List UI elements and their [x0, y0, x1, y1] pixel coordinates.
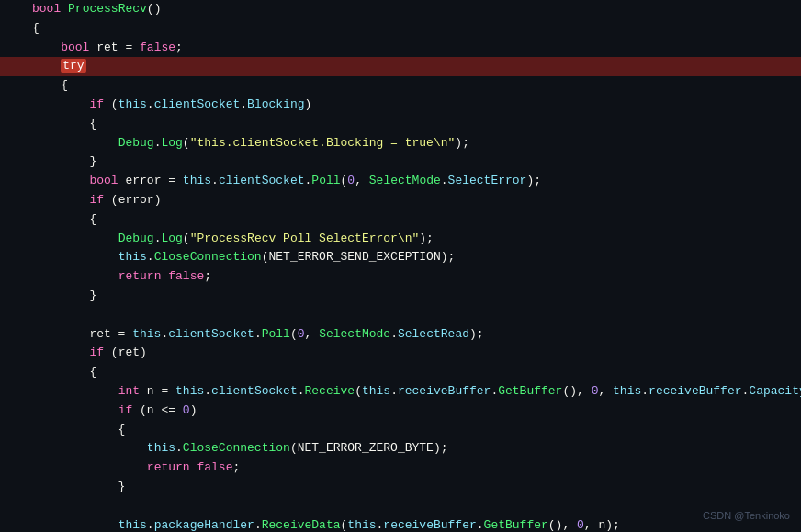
code-line: this.packageHandler.ReceiveData(this.rec…: [0, 516, 801, 532]
code-line: {: [0, 363, 801, 382]
line-content: return false;: [32, 458, 794, 478]
line-content: try: [32, 57, 794, 76]
code-line: {: [0, 421, 801, 440]
line-content: if (error): [32, 191, 794, 210]
line-content: {: [32, 210, 794, 230]
line-content: if (ret): [32, 344, 794, 363]
line-content: Debug.Log("ProcessRecv Poll SelectError\…: [32, 230, 794, 249]
line-content: {: [32, 115, 794, 134]
code-line: if (n <= 0): [0, 402, 801, 421]
code-line: this.CloseConnection(NET_ERROR_SEND_EXCE…: [0, 248, 801, 267]
line-content: {: [32, 19, 794, 39]
line-content: ret = this.clientSocket.Poll(0, SelectMo…: [32, 325, 794, 345]
code-line: }: [0, 153, 801, 172]
line-content: }: [32, 287, 794, 306]
code-line: int n = this.clientSocket.Receive(this.r…: [0, 382, 801, 402]
code-line: bool error = this.clientSocket.Poll(0, S…: [0, 172, 801, 191]
code-line: return false;: [0, 267, 801, 287]
code-line: {: [0, 115, 801, 134]
code-line: bool ProcessRecv(): [0, 0, 801, 19]
code-line: if (error): [0, 191, 801, 210]
code-line: ret = this.clientSocket.Poll(0, SelectMo…: [0, 325, 801, 345]
line-content: this.packageHandler.ReceiveData(this.rec…: [32, 516, 794, 532]
line-content: bool ProcessRecv(): [32, 0, 794, 19]
code-line: {: [0, 19, 801, 39]
line-content: if (this.clientSocket.Blocking): [32, 96, 794, 115]
line-content: }: [32, 153, 794, 172]
line-content: {: [32, 76, 794, 96]
line-content: return false;: [32, 267, 794, 287]
line-content: Debug.Log("this.clientSocket.Blocking = …: [32, 134, 794, 153]
code-line: if (ret): [0, 344, 801, 363]
line-content: }: [32, 478, 794, 497]
code-line: {: [0, 210, 801, 230]
code-line: }: [0, 478, 801, 497]
code-container: bool ProcessRecv() { bool ret = false; t…: [0, 0, 801, 532]
code-line: return false;: [0, 458, 801, 478]
code-line: if (this.clientSocket.Blocking): [0, 96, 801, 115]
line-content: bool error = this.clientSocket.Poll(0, S…: [32, 172, 794, 191]
line-content: bool ret = false;: [32, 39, 794, 58]
code-line: }: [0, 287, 801, 306]
line-content: this.CloseConnection(NET_ERROR_SEND_EXCE…: [32, 248, 794, 267]
code-line: {: [0, 76, 801, 96]
code-line: [0, 497, 801, 516]
code-line: [0, 306, 801, 325]
line-content: [32, 306, 794, 325]
watermark: CSDN @Tenkinoko: [703, 508, 790, 525]
code-line: bool ret = false;: [0, 39, 801, 58]
code-line-try: try: [0, 57, 801, 76]
line-content: {: [32, 363, 794, 382]
line-content: if (n <= 0): [32, 402, 794, 421]
line-content: int n = this.clientSocket.Receive(this.r…: [32, 382, 801, 402]
line-content: [32, 497, 794, 516]
code-line: this.CloseConnection(NET_ERROR_ZERO_BYTE…: [0, 439, 801, 458]
code-line: Debug.Log("this.clientSocket.Blocking = …: [0, 134, 801, 153]
line-content: {: [32, 421, 794, 440]
code-line: Debug.Log("ProcessRecv Poll SelectError\…: [0, 230, 801, 249]
line-content: this.CloseConnection(NET_ERROR_ZERO_BYTE…: [32, 439, 794, 458]
